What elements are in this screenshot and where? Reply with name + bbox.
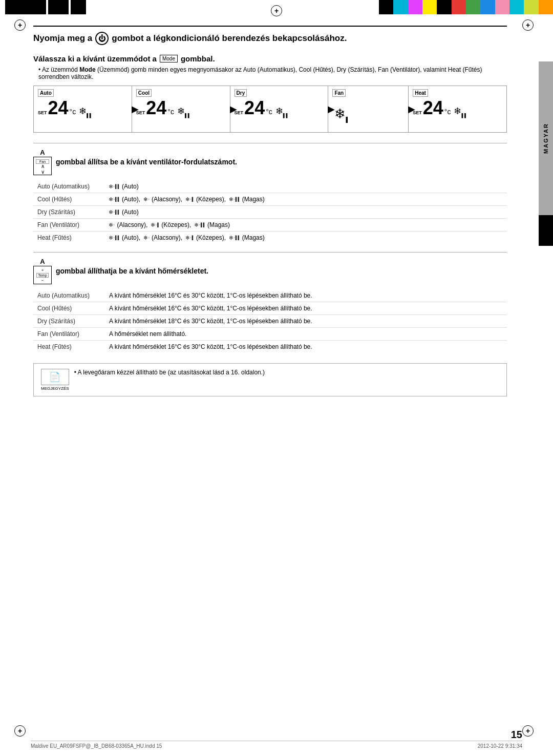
fan-mode-cool: Cool (Hűtés) — [33, 193, 105, 206]
color-black2 — [437, 0, 451, 14]
fan-mode-fan: Fan (Ventilátor) — [33, 219, 105, 232]
a-label: A — [40, 149, 45, 156]
mode-heading-suffix: gombbal. — [181, 54, 215, 63]
panel-auto-fan: ❄︎▌▌ — [79, 106, 92, 118]
fan-table: Auto (Automatikus) ❄◦▌▌ (Auto) Cool (Hűt… — [33, 180, 507, 244]
panel-auto-label: Auto — [38, 89, 54, 97]
fan-section-header: A Fan ∧ ∨ gombbal állítsa be a kívánt ve… — [33, 149, 507, 175]
registration-blocks — [0, 0, 91, 14]
fan-sym-fan-high: ❄◦▌▌ — [195, 221, 206, 228]
color-red — [452, 0, 466, 14]
fan-row-heat: Heat (Fűtés) ❄◦▌▌ (Auto), ❄◦ (Alacsony),… — [33, 232, 507, 244]
fan-row-fan: Fan (Ventilátor) ❄◦ (Alacsony), ❄◦▌ (Köz… — [33, 219, 507, 232]
panel-cool-display: SET 24 °c ❄︎▌▌ — [136, 99, 191, 118]
color-bar — [379, 0, 553, 14]
panel-fan-label: Fan — [332, 89, 346, 97]
temp-mode-auto: Auto (Automatikus) — [33, 289, 105, 302]
fan-row-cool: Cool (Hűtés) ❄◦▌▌ (Auto), ❄◦ (Alacsony),… — [33, 193, 507, 206]
panel-heat-fan: ❄︎▌▌ — [454, 106, 467, 118]
temp-row-fan: Fan (Ventilátor) A hőmérséklet nem állít… — [33, 328, 507, 341]
temp-mode-dry: Dry (Szárítás) — [33, 315, 105, 328]
color-yellow — [422, 0, 437, 14]
a-fan-button-group: A Fan ∧ ∨ — [33, 149, 52, 175]
fan-row-dry: Dry (Szárítás) ❄◦▌▌ (Auto) — [33, 206, 507, 219]
power-heading: Nyomja meg a ⏻ gombot a légkondicionáló … — [33, 32, 507, 45]
mode-badge: Mode — [160, 55, 178, 62]
panel-dry-display: SET 24 °c ❄︎▌▌ — [235, 99, 289, 118]
note-box: 📄 MEGJEGYZÉS • A levegőáram kézzel állít… — [33, 363, 507, 396]
footer: Maldive EU_AR09FSFP@_IB_DB68-03365A_HU.i… — [31, 741, 522, 749]
mode-desc-rest: (Üzemmód) gomb minden egyes megnyomásako… — [38, 66, 482, 80]
panel-heat-temp: 24 — [423, 99, 443, 117]
fan-desc-dry: ❄◦▌▌ (Auto) — [105, 206, 507, 219]
fan-desc-heat: ❄◦▌▌ (Auto), ❄◦ (Alacsony), ❄◦▌ (Közepes… — [105, 232, 507, 244]
main-content: Nyomja meg a ⏻ gombot a légkondicionáló … — [33, 26, 522, 396]
color-magenta — [408, 0, 422, 14]
mode-heading: Válassza ki a kívánt üzemmódot a Mode go… — [33, 54, 507, 63]
compass-mark-bl — [14, 725, 26, 737]
panel-fan-arrow: ▶ — [408, 103, 415, 115]
fan-desc-auto: ❄◦▌▌ (Auto) — [105, 180, 507, 193]
fan-sym-fan-med: ❄◦▌ — [151, 221, 160, 228]
power-heading-prefix: Nyomja meg a — [33, 33, 92, 44]
fan-sym-dry: ❄◦▌▌ — [109, 208, 120, 216]
power-icon: ⏻ — [95, 32, 109, 45]
display-panels: Auto SET 24 °c ❄︎▌▌ ▶ Cool SET 24 °c ❄︎▌… — [33, 86, 507, 133]
panel-cool-label: Cool — [136, 89, 152, 97]
temp-button: + Temp − — [33, 266, 52, 284]
fan-row-auto: Auto (Automatikus) ❄◦▌▌ (Auto) — [33, 180, 507, 193]
panel-dry-fan: ❄︎▌▌ — [275, 106, 289, 118]
panel-auto-temp: 24 — [48, 99, 69, 117]
temp-row-cool: Cool (Hűtés) A kívánt hőmérséklet 16°C é… — [33, 302, 507, 315]
page-number: 15 — [511, 729, 522, 741]
compass-mark-tc — [271, 5, 282, 16]
temp-plus: + — [41, 268, 44, 272]
mode-description: • Az üzemmód Mode (Üzemmód) gomb minden … — [38, 66, 507, 80]
panel-auto-display: SET 24 °c ❄︎▌▌ — [38, 99, 93, 118]
temp-row-heat: Heat (Fűtés) A kívánt hőmérséklet 16°C é… — [33, 341, 507, 353]
fan-mode-heat: Heat (Fűtés) — [33, 232, 105, 244]
footer-left: Maldive EU_AR09FSFP@_IB_DB68-03365A_HU.i… — [31, 743, 162, 749]
fan-sym-heat-low: ❄◦ — [144, 234, 150, 241]
panel-cool: Cool SET 24 °c ❄︎▌▌ ▶ — [132, 86, 230, 132]
fan-sym-cool-high: ❄◦▌▌ — [229, 196, 241, 203]
fan-arrow-down: ∨ — [41, 170, 45, 175]
section-fan-speed: A Fan ∧ ∨ gombbal állítsa be a kívánt ve… — [33, 143, 507, 244]
temp-row-auto: Auto (Automatikus) A kívánt hőmérséklet … — [33, 289, 507, 302]
compass-mark-tr — [522, 19, 534, 31]
note-icon-group: 📄 MEGJEGYZÉS — [41, 369, 69, 391]
section-mode: Válassza ki a kívánt üzemmódot a Mode go… — [33, 54, 507, 133]
color-pink — [495, 0, 509, 14]
temp-section-header: A + Temp − gombbal állíthatja be a kíván… — [33, 258, 507, 284]
color-lime — [524, 0, 538, 14]
panel-heat-label: Heat — [413, 89, 428, 97]
fan-sym-cool-auto: ❄◦▌▌ — [109, 196, 120, 203]
note-icon-label: MEGJEGYZÉS — [41, 386, 69, 391]
fan-arrow-up: ∧ — [41, 164, 45, 169]
fan-sym-auto: ❄◦▌▌ — [109, 183, 120, 190]
temp-section-title: gombbal állíthatja be a kívánt hőmérsékl… — [56, 267, 208, 275]
compass-mark-tl — [14, 19, 26, 31]
fan-section-title: gombbal állítsa be a kívánt ventilátor-f… — [56, 158, 237, 166]
note-text: • A levegőáram kézzel állítható be (az u… — [74, 369, 265, 376]
fan-arrows: ∧ ∨ — [36, 164, 49, 175]
panel-auto-degree: °c — [70, 108, 76, 116]
power-heading-suffix: gombot a légkondicionáló berendezés beka… — [112, 33, 347, 44]
temp-desc-cool: A kívánt hőmérséklet 16°C és 30°C között… — [105, 302, 507, 315]
fan-sym-heat-auto: ❄◦▌▌ — [109, 234, 120, 241]
fan-sym-cool-med: ❄◦▌ — [186, 196, 195, 203]
temp-desc-auto: A kívánt hőmérséklet 16°C és 30°C között… — [105, 289, 507, 302]
fan-sym-cool-low: ❄◦ — [144, 196, 150, 203]
temp-desc-dry: A kívánt hőmérséklet 18°C és 30°C között… — [105, 315, 507, 328]
fan-mode-auto: Auto (Automatikus) — [33, 180, 105, 193]
panel-dry: Dry SET 24 °c ❄︎▌▌ ▶ — [230, 86, 329, 132]
a-temp-button-group: A + Temp − — [33, 258, 52, 284]
temp-desc-fan: A hőmérséklet nem állítható. — [105, 328, 507, 341]
side-tab-label: MAGYAR — [543, 123, 549, 154]
color-orange — [539, 0, 553, 14]
reg-block-1 — [5, 0, 46, 14]
panel-cool-degree: °c — [167, 108, 174, 116]
panel-fan-fanicon: ❄︎▌ — [334, 106, 349, 122]
mode-heading-prefix: Válassza ki a kívánt üzemmódot a — [33, 54, 157, 63]
panel-dry-arrow: ▶ — [328, 103, 335, 115]
